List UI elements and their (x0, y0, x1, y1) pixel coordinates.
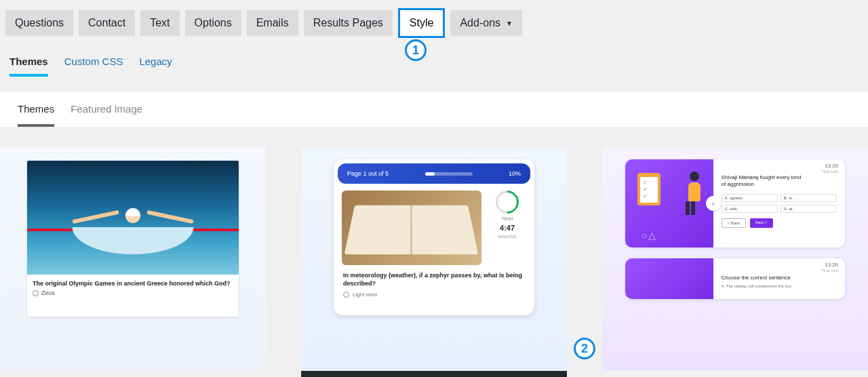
chevron-down-icon: ▼ (506, 20, 513, 27)
annotation-2: 2 (574, 338, 595, 359)
theme-card-default[interactable]: The original Olympic Games in ancient Gr… (0, 147, 266, 371)
tab-questions[interactable]: Questions (5, 10, 73, 36)
preview-progress-header: Page 1 out of 5 10% (338, 163, 530, 184)
tab-addons-label: Add-ons (460, 17, 500, 29)
timer-ring-icon (491, 186, 524, 218)
subtab-custom-css[interactable]: Custom CSS (64, 56, 123, 77)
next-button: Next > (750, 218, 773, 228)
preview-option: B. to (781, 194, 837, 202)
preview-nav: < Back Next > (722, 218, 837, 228)
preview-option: Light wind (334, 287, 534, 302)
theme-preview-default: The original Olympic Games in ancient Gr… (0, 147, 266, 371)
panel-tab-bar: Themes Featured Image (0, 92, 868, 127)
preview-question-text: In meteorology (weather), if a zephyr pa… (334, 272, 534, 287)
preview-option: A. The railway will complement the bus (722, 284, 837, 288)
preview-option-label: Zeus (41, 290, 55, 296)
preview-option: D. at (781, 205, 837, 213)
preview-question-text: Shivaji Maharaj fought every kind of agg… (722, 174, 803, 188)
annotation-1: 1 (405, 39, 427, 61)
preview-percent: 10% (509, 170, 521, 177)
tab-style[interactable]: Style (398, 8, 446, 38)
shapes-icon: ○△ (642, 230, 657, 241)
theme-card-sapience[interactable]: ○△ › 13:20Time Left Shivaji Maharaj foug… (602, 147, 868, 371)
preview-options: A. agreed B. to C. with D. at (722, 194, 837, 213)
radio-icon (343, 292, 349, 298)
swimmer-image (27, 161, 239, 275)
tab-addons[interactable]: Add-ons ▼ (450, 10, 522, 36)
timer-value: 4:47 (500, 224, 515, 232)
preview-question-text: Choose the correct sentence (722, 275, 803, 281)
panel-tab-themes[interactable]: Themes (18, 103, 54, 127)
theme-footer-pool: Pool Customize (301, 371, 567, 377)
theme-title-sapience: Sapience (602, 371, 868, 377)
back-button: < Back (722, 218, 747, 228)
sapience-preview-card-2: 13:20Time Left Choose the correct senten… (625, 258, 845, 299)
timer-unit: MINUTES (498, 235, 517, 239)
timer-label: Timer (501, 216, 513, 221)
theme-preview-sapience: ○△ › 13:20Time Left Shivaji Maharaj foug… (602, 147, 868, 371)
theme-card-grid: The original Olympic Games in ancient Gr… (0, 127, 868, 371)
tab-text[interactable]: Text (140, 10, 179, 36)
theme-title-default: Default Theme (0, 371, 266, 377)
style-subtabs: Themes Custom CSS Legacy (0, 43, 868, 85)
radio-icon (33, 290, 39, 296)
subtab-themes[interactable]: Themes (9, 56, 48, 77)
tab-contact[interactable]: Contact (79, 10, 135, 36)
preview-option: Zeus (27, 287, 239, 299)
progress-bar-icon (425, 172, 473, 176)
person-icon (685, 172, 704, 212)
panel-tab-featured-image[interactable]: Featured Image (71, 103, 142, 127)
preview-option: C. with (722, 205, 778, 213)
theme-card-pool[interactable]: Page 1 out of 5 10% Timer 4:47 MINUTES I… (301, 147, 567, 371)
preview-time: 13:20Time Left (821, 262, 838, 273)
preview-timer: Timer 4:47 MINUTES (488, 191, 526, 265)
clipboard-icon (637, 173, 660, 205)
preview-page-label: Page 1 out of 5 (347, 170, 389, 177)
preview-option: A. agreed (722, 194, 778, 202)
preview-time: 13:20Time Left (821, 163, 838, 174)
themes-panel: Themes Featured Image (0, 92, 868, 127)
tab-results-pages[interactable]: Results Pages (304, 10, 393, 36)
main-tab-bar: Questions Contact Text Options Emails Re… (0, 0, 868, 43)
book-image (342, 191, 481, 265)
subtab-legacy[interactable]: Legacy (139, 56, 172, 77)
tab-emails[interactable]: Emails (247, 10, 298, 36)
theme-preview-pool: Page 1 out of 5 10% Timer 4:47 MINUTES I… (301, 147, 567, 371)
sapience-preview-card-1: ○△ › 13:20Time Left Shivaji Maharaj foug… (625, 159, 845, 247)
preview-question-text: The original Olympic Games in ancient Gr… (27, 275, 239, 287)
tab-options[interactable]: Options (185, 10, 241, 36)
preview-option-label: Light wind (353, 292, 377, 298)
